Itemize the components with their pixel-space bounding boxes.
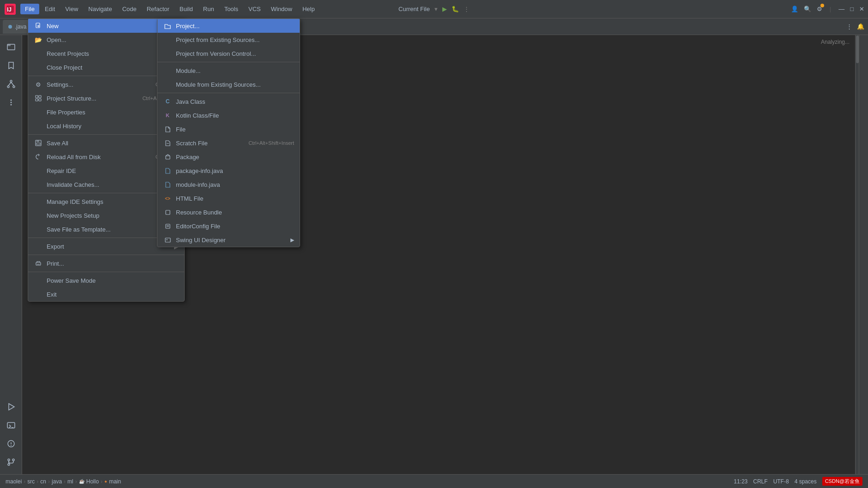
menu-window[interactable]: Window	[266, 4, 297, 14]
new-label: New	[47, 23, 174, 30]
package-label: Package	[176, 154, 199, 161]
maximize-button[interactable]: □	[850, 6, 854, 12]
svg-point-18	[11, 445, 12, 446]
sidebar-project-icon[interactable]	[3, 39, 19, 55]
app-logo: IJ	[4, 3, 17, 16]
submenu-item-html[interactable]: <> HTML File	[157, 191, 300, 205]
menu-run[interactable]: Run	[199, 4, 219, 14]
svg-rect-28	[36, 99, 38, 101]
sidebar-problems-icon[interactable]	[3, 435, 19, 452]
menu-item-print[interactable]: Print...	[28, 256, 184, 270]
kotlin-icon: K	[163, 111, 172, 120]
menu-build[interactable]: Build	[175, 4, 198, 14]
manage-ide-icon	[34, 197, 43, 206]
close-button[interactable]: ✕	[859, 6, 864, 12]
sidebar-terminal-icon[interactable]	[3, 417, 19, 434]
menu-code[interactable]: Code	[118, 4, 141, 14]
sidebar-run-icon[interactable]	[3, 399, 19, 415]
run-button[interactable]: ▶	[442, 6, 447, 12]
menu-tools[interactable]: Tools	[220, 4, 243, 14]
more-run-options[interactable]: ⋮	[464, 6, 470, 12]
breadcrumb-project: maolei	[6, 478, 22, 485]
svg-rect-26	[36, 95, 38, 98]
menu-item-power-save[interactable]: Power Save Mode	[28, 274, 184, 287]
submenu-item-resource-bundle[interactable]: Resource Bundle	[157, 205, 300, 219]
breadcrumb: maolei › src › cn › java › ml › ☕ Hollo …	[6, 478, 121, 485]
svg-point-10	[10, 100, 12, 101]
sidebar-bookmarks-icon[interactable]	[3, 57, 19, 74]
sidebar-vcs-icon[interactable]	[3, 454, 19, 470]
notification-bell[interactable]: 🔔	[856, 22, 865, 31]
debug-button[interactable]: 🐛	[452, 6, 459, 12]
project-structure-icon	[34, 94, 43, 103]
submenu-item-project-vcs[interactable]: Project from Version Control...	[157, 47, 300, 60]
menu-vcs[interactable]: VCS	[244, 4, 265, 14]
submenu-item-project-existing[interactable]: Project from Existing Sources...	[157, 33, 300, 47]
svg-rect-27	[39, 95, 41, 98]
svg-marker-13	[9, 404, 14, 410]
power-save-icon	[34, 276, 43, 285]
menu-navigate[interactable]: Navigate	[84, 4, 116, 14]
svg-rect-14	[7, 423, 15, 428]
menu-view[interactable]: View	[60, 4, 83, 14]
submenu-item-swing-ui[interactable]: Swing UI Designer ▶	[157, 233, 300, 247]
sidebar-more-icon[interactable]	[3, 94, 19, 111]
submenu-item-kotlin[interactable]: K Kotlin Class/File	[157, 108, 300, 122]
module-existing-icon	[163, 80, 172, 89]
menubar: IJ File Edit View Navigate Code Refactor…	[0, 0, 868, 18]
tabbar-more-button[interactable]: ⋮	[846, 23, 852, 30]
new-projects-setup-icon	[34, 211, 43, 220]
submenu-item-scratch[interactable]: Scratch File Ctrl+Alt+Shift+Insert	[157, 136, 300, 150]
breadcrumb-src: src	[27, 478, 35, 485]
menu-help[interactable]: Help	[298, 4, 319, 14]
project-sub-icon	[163, 21, 172, 30]
scrollbar-thumb[interactable]	[856, 36, 859, 63]
submenu-item-java-class[interactable]: C Java Class	[157, 95, 300, 108]
submenu-item-module[interactable]: Module...	[157, 64, 300, 77]
project-existing-icon	[163, 35, 172, 44]
submenu-item-module-info[interactable]: module-info.java	[157, 178, 300, 191]
run-config-center: Current File ▾ ▶ 🐛 ⋮	[398, 6, 470, 12]
exit-icon	[34, 290, 43, 299]
file-encoding[interactable]: UTF-8	[773, 478, 789, 485]
file-properties-label: File Properties	[47, 109, 174, 116]
user-icon[interactable]: 👤	[791, 6, 798, 12]
menu-edit[interactable]: Edit	[40, 4, 60, 14]
sidebar-structure-icon[interactable]	[3, 76, 19, 92]
sep5	[28, 255, 184, 255]
editorconfig-icon	[163, 221, 172, 231]
exit-label: Exit	[47, 291, 179, 298]
project-sub-label: Project...	[176, 23, 199, 30]
manage-ide-label: Manage IDE Settings	[47, 198, 174, 205]
menu-item-exit[interactable]: Exit	[28, 287, 184, 301]
csdn-label: CSDN@若金鱼	[822, 477, 862, 486]
submenu-item-module-existing[interactable]: Module from Existing Sources...	[157, 77, 300, 91]
local-history-icon	[34, 121, 43, 131]
settings-icon[interactable]: ⚙	[817, 6, 822, 12]
line-ending[interactable]: CRLF	[753, 478, 767, 485]
submenu-item-file[interactable]: File	[157, 122, 300, 136]
export-icon	[34, 242, 43, 251]
print-icon	[34, 259, 43, 268]
menu-file[interactable]: File	[20, 4, 39, 14]
submenu-item-project[interactable]: Project...	[157, 19, 300, 33]
svg-point-7	[13, 86, 15, 88]
menu-refactor[interactable]: Refactor	[142, 4, 174, 14]
submenu-item-package-info[interactable]: package-info.java	[157, 164, 300, 178]
svg-rect-37	[166, 210, 170, 214]
svg-rect-42	[166, 239, 168, 240]
svg-point-20	[12, 459, 14, 461]
breadcrumb-ml: ml	[67, 478, 73, 485]
submenu-item-package[interactable]: Package	[157, 150, 300, 164]
search-icon[interactable]: 🔍	[804, 6, 811, 12]
indent-setting[interactable]: 4 spaces	[795, 478, 817, 485]
package-info-label: package-info.java	[176, 167, 223, 174]
submenu-item-editorconfig[interactable]: EditorConfig File	[157, 219, 300, 233]
scrollbar-track	[855, 35, 859, 474]
module-label: Module...	[176, 67, 200, 74]
cursor-position: 11:23	[734, 478, 747, 485]
save-template-icon	[34, 225, 43, 234]
breadcrumb-cn: cn	[40, 478, 46, 485]
minimize-button[interactable]: —	[838, 6, 844, 12]
module-info-icon	[163, 180, 172, 189]
